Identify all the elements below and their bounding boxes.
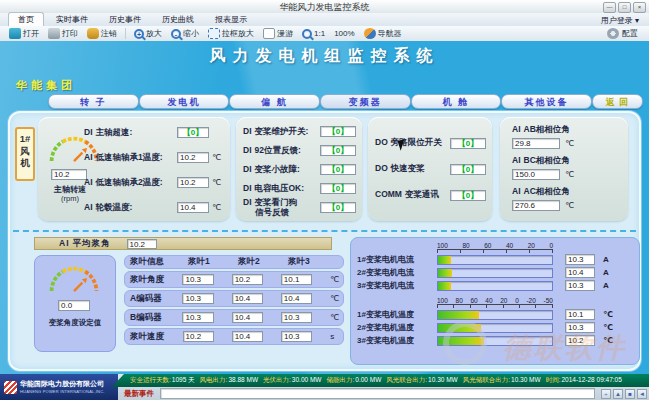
- zoom-in-icon: +: [134, 29, 144, 39]
- motor-current-value: 10.4: [565, 267, 595, 278]
- print-button[interactable]: 打印: [45, 28, 81, 39]
- stat-time: 时间:2014-12-28 09:47:05: [546, 376, 622, 385]
- bar-track: [437, 281, 553, 291]
- close-icon[interactable]: ×: [633, 2, 646, 13]
- ai-value-box: 150.0: [512, 169, 560, 180]
- box-zoom-icon: [208, 28, 220, 39]
- stop-icon[interactable]: ■: [625, 389, 635, 399]
- latest-event-label: 最新事件: [124, 389, 154, 399]
- config-button[interactable]: 配置: [604, 28, 641, 39]
- tab-rotor[interactable]: 转 子: [48, 94, 139, 109]
- latest-event-row: 最新事件 ÷ ▲ ■ ◄: [112, 387, 649, 400]
- stat-pv-output: 光伏出力:30.00 MW: [263, 376, 321, 385]
- signal-row: AIBC相相位角 150.0 ℃: [512, 155, 619, 186]
- signal-row: AIAB相相位角 29.8 ℃: [512, 124, 619, 155]
- blade3-value: 10.4: [281, 293, 312, 304]
- printer-icon: [48, 28, 60, 39]
- scroll-up-icon[interactable]: ▲: [613, 389, 623, 399]
- tab-yaw[interactable]: 偏 航: [229, 94, 320, 109]
- di-value-box: 【0】: [320, 164, 356, 175]
- motor-temp-value: 10.1: [565, 309, 595, 320]
- open-button[interactable]: 打开: [6, 28, 42, 39]
- logout-button[interactable]: 注销: [84, 28, 120, 39]
- bar-fill: [438, 256, 451, 264]
- ai-value-box: 29.8: [512, 138, 560, 149]
- menu-item-history-curves[interactable]: 历史曲线: [153, 13, 203, 26]
- company-name: 华能国际电力股份有限公司: [20, 380, 105, 389]
- maximize-icon[interactable]: □: [618, 2, 631, 13]
- tab-nacelle[interactable]: 机 舱: [411, 94, 502, 109]
- roam-button[interactable]: 漫游: [260, 28, 296, 39]
- company-logo-box: 华能国际电力股份有限公司 HUANENG POWER INTERNATIONAL…: [0, 374, 118, 400]
- signal-row: AI轮毂温度: 10.4 ℃: [84, 195, 225, 220]
- signal-row: COMM变桨通讯 【0】: [375, 182, 486, 208]
- spinner-icon[interactable]: ÷: [601, 389, 611, 399]
- roam-icon: [263, 28, 275, 39]
- bar-fill: [438, 282, 451, 290]
- latest-event-field[interactable]: [160, 388, 595, 399]
- menu-item-home[interactable]: 首页: [8, 12, 44, 26]
- navigator-button[interactable]: 导航器: [361, 28, 405, 39]
- speaker-icon[interactable]: ◄: [637, 389, 647, 399]
- toolbar: 打开 打印 注销 + 放大 - 缩小 拉框放大 漫游 1:1: [0, 26, 649, 42]
- print-label: 打印: [62, 28, 78, 39]
- bar-track: [437, 310, 553, 320]
- blade2-value: 10.4: [232, 293, 263, 304]
- window-controls: — □ ×: [603, 2, 646, 13]
- comm-value-box: 【0】: [450, 190, 486, 201]
- window-titlebar: 华能风力发电监控系统 — □ ×: [0, 0, 649, 14]
- plant-stats-bar: 安全运行天数:1095 天 风电出力:38.88 MW 光伏出力:30.00 M…: [112, 374, 649, 387]
- menu-bar: 首页 实时事件 历史事件 历史曲线 报表显示 用户登录 ▾: [0, 13, 649, 26]
- pitch-do-panel: DO旁路限位开关 【0】 DO快速变桨 【0】 COMM变桨通讯 【0】: [368, 117, 492, 221]
- shaft-panel: 10.2 主轴转速 (rpm) DI主轴超速: 【0】 AI低速轴轴承1温度: …: [38, 117, 230, 221]
- folder-icon: [9, 28, 21, 39]
- tab-converter[interactable]: 变频器: [320, 94, 411, 109]
- di-value-box: 【0】: [177, 127, 209, 138]
- di-value-box: 【0】: [320, 202, 356, 213]
- ai-value-box: 10.4: [177, 202, 209, 213]
- company-name-en: HUANENG POWER INTERNATIONAL,INC.: [20, 389, 105, 394]
- motor-temp-row: 2#变桨电机温度 10.3 ℃: [357, 321, 633, 334]
- user-login-menu[interactable]: 用户登录 ▾: [601, 15, 639, 26]
- pitch-setpoint-label: 变桨角度设定值: [35, 318, 115, 328]
- device-tab-bar: 转 子 发电机 偏 航 变频器 机 舱 其他设备 返 回: [48, 93, 643, 109]
- pitch-setpoint-gauge: [46, 261, 102, 295]
- signal-row: DI变桨小故障: 【0】: [243, 160, 356, 179]
- menu-item-realtime-events[interactable]: 实时事件: [47, 13, 97, 26]
- pitch-setpoint-value: 0.0: [58, 300, 90, 311]
- zoom-out-button[interactable]: - 缩小: [168, 28, 202, 39]
- tab-other-devices[interactable]: 其他设备: [501, 94, 592, 109]
- avg-pitch-value: 10.2: [127, 239, 157, 249]
- zoom-in-button[interactable]: + 放大: [131, 28, 165, 39]
- menu-item-reports[interactable]: 报表显示: [206, 13, 256, 26]
- tab-generator[interactable]: 发电机: [139, 94, 230, 109]
- blade2-value: 10.2: [232, 274, 263, 285]
- bar-track: [437, 336, 553, 346]
- motor-temp-row: 1#变桨电机温度 10.1 ℃: [357, 308, 633, 321]
- navigator-label: 导航器: [378, 28, 402, 39]
- box-zoom-button[interactable]: 拉框放大: [205, 28, 257, 39]
- blade3-value: 10.1: [281, 274, 312, 285]
- ratio-button[interactable]: 1:1: [299, 29, 328, 39]
- roam-label: 漫游: [277, 28, 293, 39]
- blade-table: 浆叶信息 浆叶1 浆叶2 浆叶3 浆叶角度 10.3 10.2 10.1 ℃ A…: [124, 255, 344, 347]
- avg-pitch-bar: AI平均浆角 10.2: [34, 237, 332, 250]
- menu-item-history-events[interactable]: 历史事件: [100, 13, 150, 26]
- bar-fill: [438, 324, 481, 332]
- di-value-box: 【0】: [320, 126, 356, 137]
- table-row: B编码器 10.3 10.4 10.3 ℃: [124, 309, 344, 326]
- current-scale: 10080 6040 200: [437, 242, 553, 249]
- motor-current-row: 2#变桨电机电流 10.4 A: [357, 266, 633, 279]
- pitch-angle-block: AI平均浆角 10.2 0.0 变桨角度设定值: [24, 237, 344, 367]
- stat-wind-pv-output: 风光联合出力:10.30 MW: [386, 376, 457, 385]
- stat-storage-output: 储能出力:0.00 MW: [326, 376, 381, 385]
- stat-combined-output: 风光储联合出力:10.30 MW: [463, 376, 541, 385]
- minimize-icon[interactable]: —: [603, 2, 616, 13]
- blade-table-header: 浆叶信息 浆叶1 浆叶2 浆叶3: [124, 255, 344, 269]
- zoom-out-icon: -: [171, 29, 181, 39]
- signal-row: DI变桨维护开关: 【0】: [243, 122, 356, 141]
- motor-current-row: 3#变桨电机电流 10.3 A: [357, 279, 633, 292]
- ratio-icon: [302, 29, 312, 39]
- back-button[interactable]: 返 回: [592, 94, 643, 109]
- signal-row: AIAC相相位角 270.6 ℃: [512, 186, 619, 217]
